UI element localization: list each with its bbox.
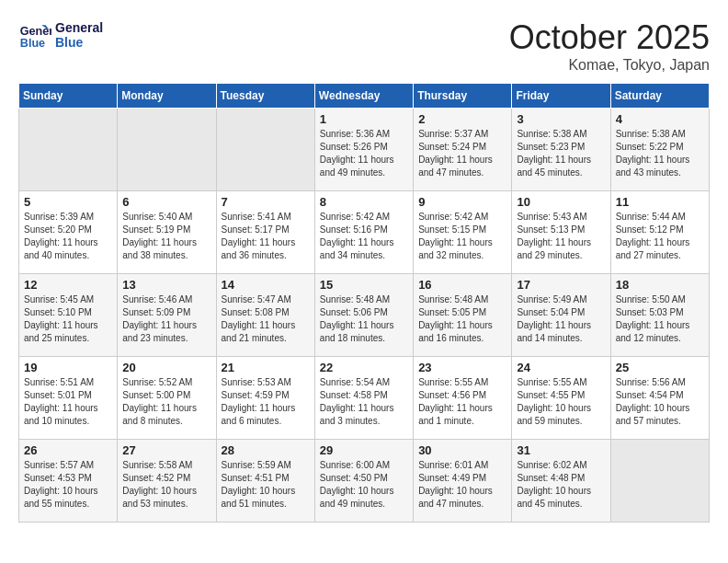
calendar-cell: 29Sunrise: 6:00 AM Sunset: 4:50 PM Dayli… <box>314 440 413 523</box>
calendar-week-row: 19Sunrise: 5:51 AM Sunset: 5:01 PM Dayli… <box>19 357 710 440</box>
title-block: October 2025 Komae, Tokyo, Japan <box>509 18 710 74</box>
day-info: Sunrise: 5:55 AM Sunset: 4:56 PM Dayligh… <box>418 376 506 428</box>
day-number: 12 <box>24 278 112 292</box>
logo-line1: General <box>55 20 103 35</box>
calendar-cell: 19Sunrise: 5:51 AM Sunset: 5:01 PM Dayli… <box>19 357 118 440</box>
calendar-cell: 30Sunrise: 6:01 AM Sunset: 4:49 PM Dayli… <box>414 440 512 523</box>
day-number: 4 <box>616 112 704 126</box>
day-info: Sunrise: 5:50 AM Sunset: 5:03 PM Dayligh… <box>616 293 704 345</box>
calendar-cell: 2Sunrise: 5:37 AM Sunset: 5:24 PM Daylig… <box>414 109 512 191</box>
day-number: 11 <box>616 195 704 209</box>
calendar-cell: 10Sunrise: 5:43 AM Sunset: 5:13 PM Dayli… <box>512 191 610 274</box>
day-info: Sunrise: 5:48 AM Sunset: 5:05 PM Dayligh… <box>418 293 506 345</box>
day-info: Sunrise: 5:41 AM Sunset: 5:17 PM Dayligh… <box>222 211 310 262</box>
day-number: 30 <box>418 443 506 457</box>
logo-line2: Blue <box>55 35 103 50</box>
calendar-cell <box>216 109 314 191</box>
day-number: 21 <box>222 361 310 374</box>
day-number: 27 <box>122 443 210 457</box>
day-info: Sunrise: 5:49 AM Sunset: 5:04 PM Dayligh… <box>517 293 605 345</box>
calendar-cell: 6Sunrise: 5:40 AM Sunset: 5:19 PM Daylig… <box>118 191 216 274</box>
calendar-cell: 1Sunrise: 5:36 AM Sunset: 5:26 PM Daylig… <box>314 109 413 191</box>
page-header: General Blue General Blue October 2025 K… <box>18 18 710 74</box>
weekday-header-row: SundayMondayTuesdayWednesdayThursdayFrid… <box>19 84 710 109</box>
calendar-cell: 15Sunrise: 5:48 AM Sunset: 5:06 PM Dayli… <box>314 274 413 357</box>
day-info: Sunrise: 5:42 AM Sunset: 5:16 PM Dayligh… <box>320 211 408 262</box>
day-info: Sunrise: 5:40 AM Sunset: 5:19 PM Dayligh… <box>122 211 210 262</box>
day-number: 6 <box>122 195 210 209</box>
calendar-cell <box>118 109 216 191</box>
day-info: Sunrise: 6:00 AM Sunset: 4:50 PM Dayligh… <box>320 459 408 511</box>
day-info: Sunrise: 5:57 AM Sunset: 4:53 PM Dayligh… <box>24 459 112 511</box>
calendar-week-row: 26Sunrise: 5:57 AM Sunset: 4:53 PM Dayli… <box>19 440 710 523</box>
day-number: 29 <box>320 443 408 457</box>
day-number: 8 <box>320 195 408 209</box>
calendar-cell: 5Sunrise: 5:39 AM Sunset: 5:20 PM Daylig… <box>19 191 118 274</box>
calendar-cell: 28Sunrise: 5:59 AM Sunset: 4:51 PM Dayli… <box>216 440 314 523</box>
day-number: 10 <box>517 195 605 209</box>
day-number: 3 <box>517 112 605 126</box>
weekday-header-cell: Monday <box>118 84 216 109</box>
weekday-header-cell: Saturday <box>610 84 709 109</box>
calendar-cell: 12Sunrise: 5:45 AM Sunset: 5:10 PM Dayli… <box>19 274 118 357</box>
logo: General Blue General Blue <box>18 18 103 52</box>
day-number: 22 <box>320 361 408 374</box>
day-number: 1 <box>320 112 408 126</box>
day-number: 13 <box>122 278 210 292</box>
day-number: 16 <box>418 278 506 292</box>
weekday-header-cell: Thursday <box>414 84 512 109</box>
day-info: Sunrise: 5:42 AM Sunset: 5:15 PM Dayligh… <box>418 211 506 262</box>
day-number: 18 <box>616 278 704 292</box>
day-info: Sunrise: 5:53 AM Sunset: 4:59 PM Dayligh… <box>222 376 310 428</box>
day-number: 7 <box>222 195 310 209</box>
location-title: Komae, Tokyo, Japan <box>509 57 710 74</box>
day-number: 5 <box>24 195 112 209</box>
day-info: Sunrise: 5:46 AM Sunset: 5:09 PM Dayligh… <box>122 293 210 345</box>
calendar-table: SundayMondayTuesdayWednesdayThursdayFrid… <box>18 83 710 523</box>
calendar-cell: 14Sunrise: 5:47 AM Sunset: 5:08 PM Dayli… <box>216 274 314 357</box>
day-info: Sunrise: 5:47 AM Sunset: 5:08 PM Dayligh… <box>222 293 310 345</box>
weekday-header-cell: Tuesday <box>216 84 314 109</box>
calendar-week-row: 1Sunrise: 5:36 AM Sunset: 5:26 PM Daylig… <box>19 109 710 191</box>
day-number: 17 <box>517 278 605 292</box>
calendar-cell <box>19 109 118 191</box>
day-info: Sunrise: 5:55 AM Sunset: 4:55 PM Dayligh… <box>517 376 605 428</box>
calendar-cell: 20Sunrise: 5:52 AM Sunset: 5:00 PM Dayli… <box>118 357 216 440</box>
day-number: 19 <box>24 361 112 374</box>
day-info: Sunrise: 5:48 AM Sunset: 5:06 PM Dayligh… <box>320 293 408 345</box>
day-info: Sunrise: 5:39 AM Sunset: 5:20 PM Dayligh… <box>24 211 112 262</box>
weekday-header-cell: Wednesday <box>314 84 413 109</box>
day-number: 2 <box>418 112 506 126</box>
day-info: Sunrise: 5:58 AM Sunset: 4:52 PM Dayligh… <box>122 459 210 511</box>
calendar-cell: 13Sunrise: 5:46 AM Sunset: 5:09 PM Dayli… <box>118 274 216 357</box>
day-number: 31 <box>517 443 605 457</box>
calendar-cell: 9Sunrise: 5:42 AM Sunset: 5:15 PM Daylig… <box>414 191 512 274</box>
day-number: 14 <box>222 278 310 292</box>
svg-text:Blue: Blue <box>20 37 45 50</box>
weekday-header-cell: Sunday <box>19 84 118 109</box>
calendar-week-row: 12Sunrise: 5:45 AM Sunset: 5:10 PM Dayli… <box>19 274 710 357</box>
calendar-cell: 16Sunrise: 5:48 AM Sunset: 5:05 PM Dayli… <box>414 274 512 357</box>
weekday-header-cell: Friday <box>512 84 610 109</box>
calendar-cell: 8Sunrise: 5:42 AM Sunset: 5:16 PM Daylig… <box>314 191 413 274</box>
day-info: Sunrise: 5:52 AM Sunset: 5:00 PM Dayligh… <box>122 376 210 428</box>
day-number: 25 <box>616 361 704 374</box>
day-info: Sunrise: 5:36 AM Sunset: 5:26 PM Dayligh… <box>320 128 408 179</box>
calendar-cell: 21Sunrise: 5:53 AM Sunset: 4:59 PM Dayli… <box>216 357 314 440</box>
calendar-cell: 11Sunrise: 5:44 AM Sunset: 5:12 PM Dayli… <box>610 191 709 274</box>
day-info: Sunrise: 5:37 AM Sunset: 5:24 PM Dayligh… <box>418 128 506 179</box>
day-info: Sunrise: 5:38 AM Sunset: 5:23 PM Dayligh… <box>517 128 605 179</box>
day-number: 26 <box>24 443 112 457</box>
day-info: Sunrise: 5:56 AM Sunset: 4:54 PM Dayligh… <box>616 376 704 428</box>
calendar-cell: 17Sunrise: 5:49 AM Sunset: 5:04 PM Dayli… <box>512 274 610 357</box>
calendar-cell: 31Sunrise: 6:02 AM Sunset: 4:48 PM Dayli… <box>512 440 610 523</box>
day-number: 20 <box>122 361 210 374</box>
day-number: 23 <box>418 361 506 374</box>
day-info: Sunrise: 5:44 AM Sunset: 5:12 PM Dayligh… <box>616 211 704 262</box>
day-number: 28 <box>222 443 310 457</box>
calendar-week-row: 5Sunrise: 5:39 AM Sunset: 5:20 PM Daylig… <box>19 191 710 274</box>
calendar-cell: 23Sunrise: 5:55 AM Sunset: 4:56 PM Dayli… <box>414 357 512 440</box>
calendar-body: 1Sunrise: 5:36 AM Sunset: 5:26 PM Daylig… <box>19 109 710 523</box>
calendar-cell: 24Sunrise: 5:55 AM Sunset: 4:55 PM Dayli… <box>512 357 610 440</box>
logo-icon: General Blue <box>18 18 51 52</box>
